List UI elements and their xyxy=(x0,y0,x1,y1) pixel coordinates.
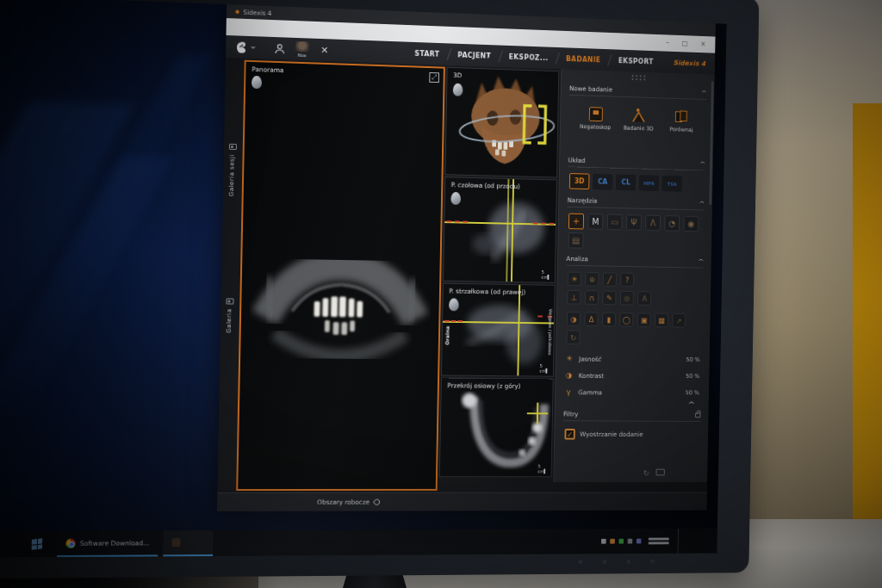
bezel-button xyxy=(626,560,630,564)
section-narzedzia[interactable]: Narzędzia ^ xyxy=(568,196,705,210)
expand-icon[interactable]: ⤢ xyxy=(429,72,439,83)
patient-tab[interactable]: Noa xyxy=(295,40,309,57)
collapse-chevron-icon[interactable]: ^ xyxy=(699,160,706,167)
checkbox-checked[interactable]: ✓ xyxy=(564,429,575,440)
tab-start[interactable]: START xyxy=(406,42,449,65)
rail-label: Galeria sesji xyxy=(228,154,236,196)
sharpen-checkbox-row[interactable]: ✓ Wyostrzanie dodanie xyxy=(564,429,643,440)
pencil-icon[interactable]: ✎ xyxy=(602,291,616,306)
beam-icon[interactable]: ☀ xyxy=(568,272,581,287)
implant-icon[interactable]: ⊥ xyxy=(567,290,581,305)
close-button[interactable]: × xyxy=(700,41,705,48)
ruler-tool[interactable]: ▭ xyxy=(607,214,623,231)
tray-icon[interactable] xyxy=(610,539,615,544)
taskbar-item-app[interactable] xyxy=(163,530,213,556)
section-filtry[interactable]: Filtry xyxy=(563,411,700,422)
contrast-icon[interactable]: ◑ xyxy=(567,312,581,326)
close-patient-icon[interactable]: ✕ xyxy=(320,44,328,55)
view-frontal-panel[interactable]: P. czołowa (od przodu) xyxy=(443,176,557,283)
button-label: Badanie 3D xyxy=(620,125,657,133)
sidexis-brand: Sidexis 4 xyxy=(662,59,715,68)
arc-tool[interactable]: ◔ xyxy=(664,215,680,232)
arrow-icon[interactable]: ↗ xyxy=(672,313,686,328)
collapse-chevron-icon[interactable]: ^ xyxy=(687,401,695,409)
layout-ca-button[interactable]: CA xyxy=(593,174,613,190)
display-layout-icon[interactable] xyxy=(655,469,664,476)
photo-scene: Software Download... ◆ xyxy=(0,0,882,588)
windows-logo-icon xyxy=(32,538,43,550)
tray-icon[interactable] xyxy=(628,539,633,544)
refresh-icon[interactable]: ↻ xyxy=(643,469,649,478)
workspace-pin-icon[interactable] xyxy=(372,498,381,506)
curve-icon[interactable]: ∩ xyxy=(585,290,599,305)
drag-handle[interactable] xyxy=(631,75,645,80)
tray-icon[interactable] xyxy=(618,539,624,544)
view-3d-panel[interactable]: 3D xyxy=(444,67,559,178)
panel-title: Panorama xyxy=(252,65,283,74)
collapse-chevron-icon[interactable]: ^ xyxy=(698,257,705,264)
workspace-bar[interactable]: Obszary robocze xyxy=(217,492,707,511)
chevron-down-icon[interactable] xyxy=(251,46,256,48)
layout-3d-button[interactable]: 3D xyxy=(569,173,590,189)
badanie-3d-button[interactable]: Badanie 3D xyxy=(617,108,660,133)
brightness-slider[interactable]: ☀ Jasność 50 % xyxy=(564,352,700,367)
maximize-button[interactable]: □ xyxy=(682,40,688,47)
negatoskop-button[interactable]: Negatoskop xyxy=(574,107,618,132)
slider-value: 50 % xyxy=(686,373,699,380)
sidexis-logo[interactable] xyxy=(234,40,248,54)
app-icon xyxy=(171,538,180,547)
section-analiza[interactable]: Analiza ^ xyxy=(566,255,703,269)
collapse-chevron-icon[interactable]: ^ xyxy=(699,200,705,207)
sphere-tool[interactable]: ◉ xyxy=(683,216,699,232)
sidebar-item-galeria-sesji[interactable]: Galeria sesji xyxy=(225,144,239,197)
label-a-icon[interactable]: A xyxy=(637,291,651,306)
sidebar-item-galeria[interactable]: Galeria xyxy=(222,298,237,333)
measure-question-icon[interactable]: ? xyxy=(620,273,634,288)
curve-measure-tool[interactable]: M xyxy=(587,214,603,230)
triangle-a-icon[interactable]: Δ xyxy=(584,312,598,326)
collapse-chevron-icon[interactable]: ^ xyxy=(701,90,708,96)
show-desktop-sliver[interactable] xyxy=(678,529,681,554)
checkbox-label: Wyostrzanie dodanie xyxy=(580,430,643,438)
panorama-panel[interactable]: Panorama ⤢ xyxy=(236,60,445,491)
skull-3d-render xyxy=(445,68,558,177)
section-uklad[interactable]: Układ ^ xyxy=(568,157,705,171)
circle-icon[interactable]: ◯ xyxy=(619,313,633,327)
layout-tsa-button[interactable]: TSA xyxy=(662,176,682,192)
layout-cl-button[interactable]: CL xyxy=(616,174,637,190)
taskbar-item-label: Software Download... xyxy=(80,539,150,547)
pan-hand-icon[interactable]: ⊕ xyxy=(585,272,599,287)
tab-eksport[interactable]: EKSPORT xyxy=(609,49,662,72)
export-tool[interactable]: ▤ xyxy=(568,232,584,249)
person-zoom-icon[interactable]: ◎ xyxy=(620,291,634,306)
system-tray[interactable] xyxy=(601,529,681,554)
panorama-xray-image xyxy=(238,62,444,489)
gamma-slider[interactable]: γ Gamma 50 % xyxy=(563,385,699,399)
negatoskop-icon xyxy=(588,107,602,121)
tab-ekspozycja[interactable]: EKSPOZ... xyxy=(500,46,557,70)
contrast-slider[interactable]: ◑ Kontrast 50 % xyxy=(564,368,700,383)
injector-icon[interactable]: ╱ xyxy=(603,272,617,287)
view-sagittal-panel[interactable]: P. strzałkowa (od prawej) xyxy=(441,283,556,377)
section-nowe-badanie[interactable]: Nowe badanie ^ xyxy=(569,84,706,100)
tooth-tool[interactable]: Ψ xyxy=(626,214,642,231)
frontal-xray-image xyxy=(444,177,556,282)
cube-icon[interactable]: ▣ xyxy=(637,313,651,327)
start-button[interactable] xyxy=(22,531,52,558)
minimize-button[interactable]: – xyxy=(666,40,669,46)
tray-icon[interactable] xyxy=(601,539,606,544)
reset-icon[interactable]: ↻ xyxy=(566,330,580,344)
tab-pacjent[interactable]: PACJENT xyxy=(449,43,500,67)
view-axial-panel[interactable]: Przekrój osiowy (z góry) xyxy=(439,377,554,477)
histogram-icon[interactable]: ▦ xyxy=(655,313,668,328)
porownaj-button[interactable]: Porównaj xyxy=(660,109,703,134)
yellow-panel xyxy=(853,103,882,588)
marker-icon[interactable]: ▮ xyxy=(602,313,616,327)
layout-mpr-button[interactable]: MPR xyxy=(639,175,659,191)
angle-tool[interactable]: Λ xyxy=(645,215,661,232)
taskbar-item-chrome[interactable]: Software Download... xyxy=(57,530,158,557)
crosshair-tool[interactable]: + xyxy=(568,214,584,230)
patient-icon[interactable] xyxy=(274,43,285,54)
tray-icon[interactable] xyxy=(637,539,642,544)
tab-badanie[interactable]: BADANIE xyxy=(557,47,610,71)
